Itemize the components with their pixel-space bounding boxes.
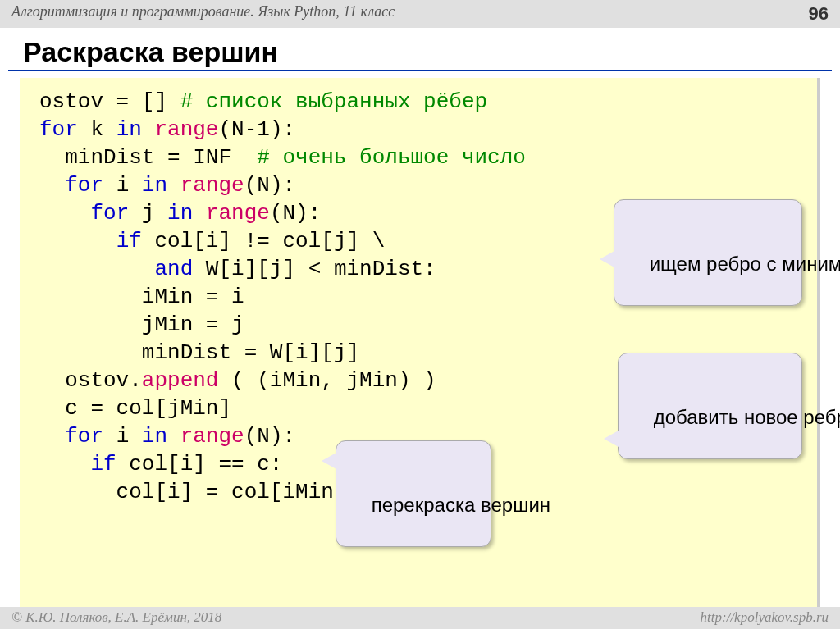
code-line-07: and W[i][j] < minDist: xyxy=(39,257,436,281)
code-line-15: col[i] = col[iMin] xyxy=(39,480,346,504)
callout-text: ищем ребро с минимальным весом xyxy=(650,253,840,275)
code-line-03: minDist = INF # очень большое число xyxy=(39,145,526,170)
callout-text: добавить новое ребро xyxy=(654,406,840,428)
footer-url: http://kpolyakov.spb.ru xyxy=(701,609,829,626)
callout-add-edge: добавить новое ребро xyxy=(618,353,802,459)
code-line-11: ostov.append ( (iMin, jMin) ) xyxy=(39,368,436,393)
page-number: 96 xyxy=(809,3,829,25)
callout-recolor: перекраска вершин xyxy=(336,440,491,547)
code-line-04: for i in range(N): xyxy=(39,173,295,198)
code-block: ostov = [] # список выбранных рёбер for … xyxy=(20,78,820,629)
code-line-08: iMin = i xyxy=(39,285,244,309)
code-line-13: for i in range(N): xyxy=(39,424,295,449)
code-line-02: for k in range(N-1): xyxy=(39,117,295,142)
code-line-14: if col[i] == c: xyxy=(39,452,282,476)
callout-pointer-icon xyxy=(600,251,614,267)
callout-pointer-icon xyxy=(322,453,336,469)
callout-text: перекраска вершин xyxy=(372,494,550,516)
code-line-12: c = col[jMin] xyxy=(39,396,231,421)
page-title: Раскраска вершин xyxy=(0,28,840,70)
callout-pointer-icon xyxy=(604,431,619,447)
code-line-09: jMin = j xyxy=(39,312,244,337)
title-underline xyxy=(8,70,832,71)
footer-copyright: © К.Ю. Поляков, Е.А. Ерёмин, 2018 xyxy=(11,609,221,626)
header-bar: Алгоритмизация и программирование. Язык … xyxy=(0,0,840,28)
footer-bar: © К.Ю. Поляков, Е.А. Ерёмин, 2018 http:/… xyxy=(0,607,840,629)
code-line-10: minDist = W[i][j] xyxy=(39,340,359,365)
course-title: Алгоритмизация и программирование. Язык … xyxy=(11,3,395,25)
code-line-01: ostov = [] # список выбранных рёбер xyxy=(39,89,487,114)
code-line-06: if col[i] != col[j] \ xyxy=(39,229,385,253)
callout-find-min-edge: ищем ребро с минимальным весом xyxy=(614,199,802,306)
code-line-05: for j in range(N): xyxy=(39,201,321,226)
